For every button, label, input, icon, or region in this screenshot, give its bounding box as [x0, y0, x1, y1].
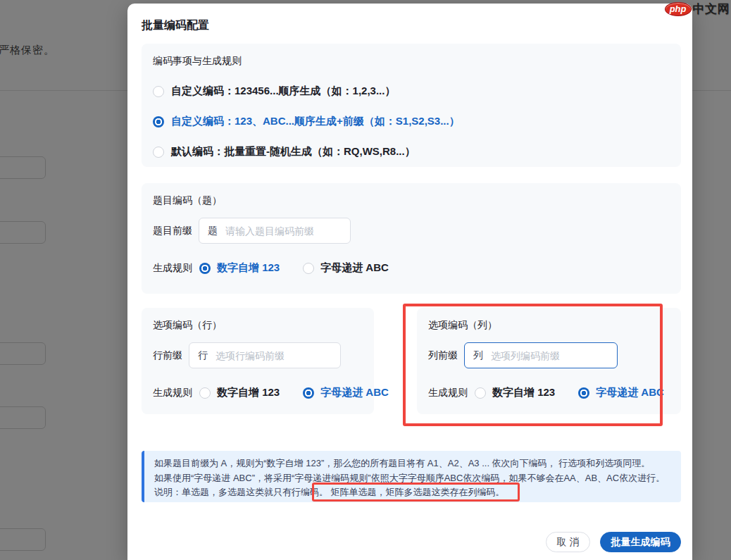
- row-rule-letter[interactable]: 字母递进 ABC: [303, 386, 389, 399]
- section-header: 编码事项与生成规则: [153, 55, 670, 68]
- radio-icon[interactable]: [153, 116, 164, 127]
- row-rule-number[interactable]: 数字自增 123: [199, 386, 280, 399]
- site-name-text: 中文网: [693, 1, 730, 17]
- row-prefix-label: 行前缀: [153, 349, 182, 362]
- column-prefix-label: 列前缀: [428, 349, 458, 362]
- row-prefix-input-group: 行: [189, 342, 341, 368]
- radio-icon[interactable]: [303, 263, 314, 274]
- rule-option-label[interactable]: 自定义编码：123456...顺序生成（如：1,2,3...）: [171, 85, 395, 98]
- column-prefix-input-group: 列: [464, 342, 618, 368]
- section-header: 选项编码（行）: [153, 319, 363, 332]
- rule-option-label[interactable]: 数字自增 123: [217, 261, 280, 275]
- batch-generate-button[interactable]: 批量生成编码: [600, 532, 681, 552]
- batch-code-config-dialog: 批量编码配置 编码事项与生成规则 自定义编码：123456...顺序生成（如：1…: [127, 4, 692, 560]
- info-line: 如果使用“字母递进 ABC”，将采用“字母递进编码规则”依照大字字母顺序ABC依…: [154, 471, 681, 486]
- rule-option-label[interactable]: 自定义编码：123、ABC...顺序生成+前缀（如：S1,S2,S3...）: [171, 115, 460, 128]
- generation-rule-label: 生成规则: [153, 387, 192, 399]
- radio-icon[interactable]: [153, 147, 164, 158]
- input-prefix-text: 列: [473, 349, 483, 362]
- radio-icon[interactable]: [199, 263, 211, 274]
- rule-option-label[interactable]: 字母递进 ABC: [596, 386, 664, 399]
- php-logo-icon: php: [665, 2, 692, 16]
- radio-icon[interactable]: [303, 387, 314, 399]
- column-prefix-input[interactable]: [491, 350, 608, 361]
- radio-icon[interactable]: [475, 387, 486, 399]
- dialog-title: 批量编码配置: [142, 18, 209, 33]
- info-line: 如果题目前缀为 A，规则为“数字自增 123”，那么您的所有题目将有 A1、A2…: [154, 456, 681, 471]
- cancel-button[interactable]: 取 消: [546, 532, 590, 552]
- column-rule-number[interactable]: 数字自增 123: [475, 386, 555, 399]
- radio-icon[interactable]: [199, 387, 211, 399]
- question-rule-letter[interactable]: 字母递进 ABC: [303, 261, 389, 275]
- rule-option-label[interactable]: 默认编码：批量重置-随机生成（如：RQ,WS,R8...）: [171, 145, 416, 158]
- column-rule-letter[interactable]: 字母递进 ABC: [578, 386, 664, 399]
- question-prefix-label: 题目前缀: [153, 225, 192, 237]
- php-cn-watermark: php 中文网: [665, 1, 730, 17]
- input-prefix-text: 行: [198, 349, 208, 362]
- rule-option-label[interactable]: 数字自增 123: [217, 386, 280, 399]
- radio-icon[interactable]: [153, 86, 164, 97]
- info-line: 说明：单选题，多选题这类就只有行编码。 矩阵单选题，矩阵多选题这类存在列编码。: [154, 485, 681, 500]
- generation-rule-label: 生成规则: [153, 262, 192, 275]
- rule-option-custom-prefix[interactable]: 自定义编码：123、ABC...顺序生成+前缀（如：S1,S2,S3...）: [153, 115, 670, 128]
- row-prefix-input[interactable]: [215, 350, 332, 361]
- section-encoding-rules: 编码事项与生成规则 自定义编码：123456...顺序生成（如：1,2,3...…: [142, 44, 681, 167]
- screen: 严格保密。 批量编码配置 编码事项与生成规则 自定义编码：123456...顺序…: [0, 0, 731, 560]
- rule-option-label[interactable]: 字母递进 ABC: [320, 386, 389, 399]
- generation-rule-label: 生成规则: [428, 387, 468, 399]
- question-prefix-input-group: 题: [199, 218, 351, 244]
- section-header: 选项编码（列）: [428, 319, 670, 332]
- question-rule-number[interactable]: 数字自增 123: [199, 261, 280, 275]
- radio-icon[interactable]: [578, 387, 589, 399]
- input-prefix-text: 题: [208, 225, 218, 237]
- section-option-row-code: 选项编码（行） 行前缀 行 生成规则 数字自增 123 字母递进 ABC: [142, 308, 374, 414]
- rule-option-label[interactable]: 字母递进 ABC: [320, 261, 389, 275]
- section-option-column-code: 选项编码（列） 列前缀 列 生成规则 数字自增 123 字母递进 ABC: [417, 308, 681, 414]
- info-hint-box: 如果题目前缀为 A，规则为“数字自增 123”，那么您的所有题目将有 A1、A2…: [142, 451, 681, 502]
- section-question-code: 题目编码（题） 题目前缀 题 生成规则 数字自增 123 字母递进 ABC: [142, 183, 681, 294]
- section-header: 题目编码（题）: [153, 194, 670, 207]
- rule-option-custom-sequential[interactable]: 自定义编码：123456...顺序生成（如：1,2,3...）: [153, 85, 670, 98]
- rule-option-default-random[interactable]: 默认编码：批量重置-随机生成（如：RQ,WS,R8...）: [153, 145, 670, 158]
- dialog-footer: 取 消 批量生成编码: [127, 532, 681, 552]
- rule-option-label[interactable]: 数字自增 123: [492, 386, 555, 399]
- question-prefix-input[interactable]: [225, 225, 342, 237]
